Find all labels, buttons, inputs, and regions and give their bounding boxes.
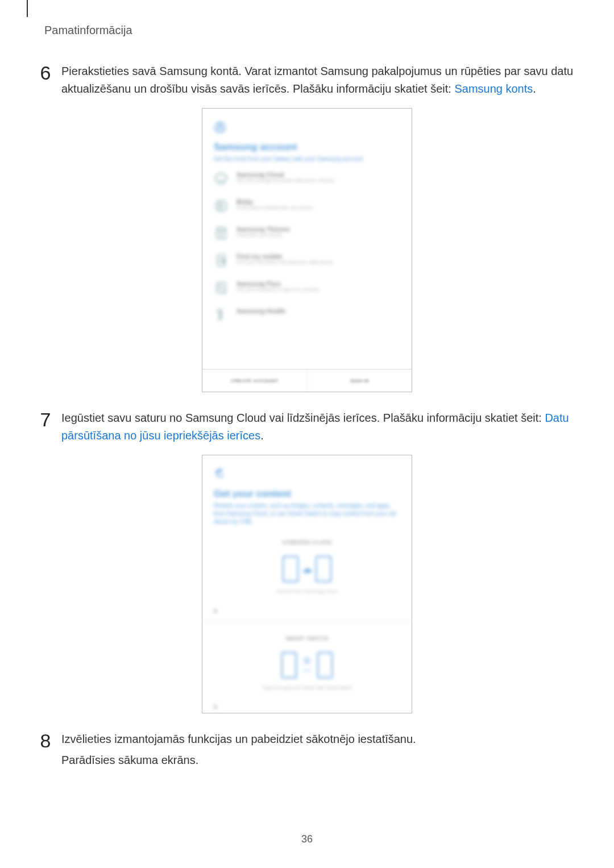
row-title: Samsung Pass [237, 280, 321, 287]
get-content-subtitle: Restore your content, such as images, co… [214, 502, 400, 526]
row-title: Find my mobile [237, 253, 334, 260]
step-8: 8 Izvēlieties izmantojamās funkcijas un … [34, 730, 580, 773]
chevron-right-icon: › [214, 701, 217, 711]
svg-point-2 [215, 200, 227, 211]
step-body: Izvēlieties izmantojamās funkcijas un pa… [57, 730, 580, 773]
themes-icon [214, 226, 229, 240]
step-text: Iegūstiet savu saturu no Samsung Cloud v… [61, 412, 545, 424]
svg-rect-4 [218, 255, 225, 266]
step-number: 8 [34, 730, 57, 751]
period: . [260, 429, 264, 442]
usb-devices-icon: ⊟— ↓ [281, 649, 333, 680]
pass-icon [214, 280, 229, 295]
step-number: 7 [34, 409, 57, 430]
step-7: 7 Iegūstiet savu saturu no Samsung Cloud… [34, 409, 580, 445]
step-text: Izvēlieties izmantojamās funkcijas un pa… [61, 730, 580, 748]
list-item: Samsung Health [214, 308, 400, 325]
row-sub: Customize your phone. [237, 232, 290, 238]
row-sub: Get extra storage and share data across … [237, 178, 336, 183]
list-item: Samsung CloudGet extra storage and share… [214, 171, 400, 188]
step-6: 6 Pierakstieties savā Samsung kontā. Var… [34, 63, 580, 98]
list-item: BixbyA new way to interact with your pho… [214, 198, 400, 215]
step-body: Pierakstieties savā Samsung kontā. Varat… [57, 63, 580, 98]
samsung-cloud-option[interactable]: SAMSUNG CLOUD ↓ ☁ ↓ Restore from Samsung… [214, 534, 400, 600]
list-item: Samsung PassUse your biometrics to sign … [214, 280, 400, 297]
bixby-icon [214, 198, 229, 213]
option-label: SAMSUNG CLOUD [219, 539, 395, 545]
cloud-devices-icon: ↓ ☁ ↓ [281, 553, 333, 584]
profile-icon [214, 121, 226, 134]
page-number: 36 [0, 833, 614, 845]
samsung-account-subtitle: Get the most from your Galaxy with your … [214, 155, 400, 163]
samsung-konts-link[interactable]: Samsung konts [454, 82, 533, 95]
list-item: Samsung ThemesCustomize your phone. [214, 226, 400, 243]
find-icon [214, 253, 229, 268]
row-title: Bixby [237, 198, 314, 205]
samsung-account-title: Samsung account [214, 142, 400, 153]
svg-rect-6 [217, 283, 225, 292]
create-account-button[interactable]: CREATE ACCOUNT [202, 369, 308, 392]
option-caption: Copy from your old device with Smart Swi… [219, 685, 395, 690]
header-section-title: Pamatinformācija [44, 24, 132, 37]
get-your-content-screenshot: Get your content Restore your content, s… [202, 455, 412, 713]
option-label: SMART SWITCH [219, 636, 395, 641]
chevron-right-icon: › [214, 605, 217, 615]
transfer-icon [214, 468, 226, 480]
sign-in-button[interactable]: SIGN IN [308, 369, 412, 392]
step-text: Parādīsies sākuma ekrāns. [61, 751, 580, 769]
smart-switch-option[interactable]: SMART SWITCH ⊟— ↓ Copy from your old dev… [214, 630, 400, 696]
period: . [533, 82, 536, 95]
row-title: Samsung Cloud [237, 171, 336, 178]
step-number: 6 [34, 63, 57, 84]
health-icon [214, 308, 229, 322]
row-title: Samsung Health [237, 308, 285, 314]
step-body: Iegūstiet savu saturu no Samsung Cloud v… [57, 409, 580, 445]
row-sub: A new way to interact with your phone. [237, 205, 314, 210]
svg-point-1 [218, 124, 222, 127]
content-area: 6 Pierakstieties savā Samsung kontā. Var… [34, 63, 580, 783]
row-sub: Find your lost phone and keep your data … [237, 260, 334, 265]
row-title: Samsung Themes [237, 226, 290, 232]
get-content-title: Get your content [214, 488, 400, 500]
row-sub: Use your biometrics to sign in to servic… [237, 287, 321, 292]
samsung-account-screenshot: Samsung account Get the most from your G… [202, 108, 412, 392]
cloud-sync-icon [214, 171, 229, 186]
svg-point-7 [218, 309, 222, 313]
option-caption: Restore from Samsung Cloud [219, 589, 395, 594]
list-item: Find my mobileFind your lost phone and k… [214, 253, 400, 270]
